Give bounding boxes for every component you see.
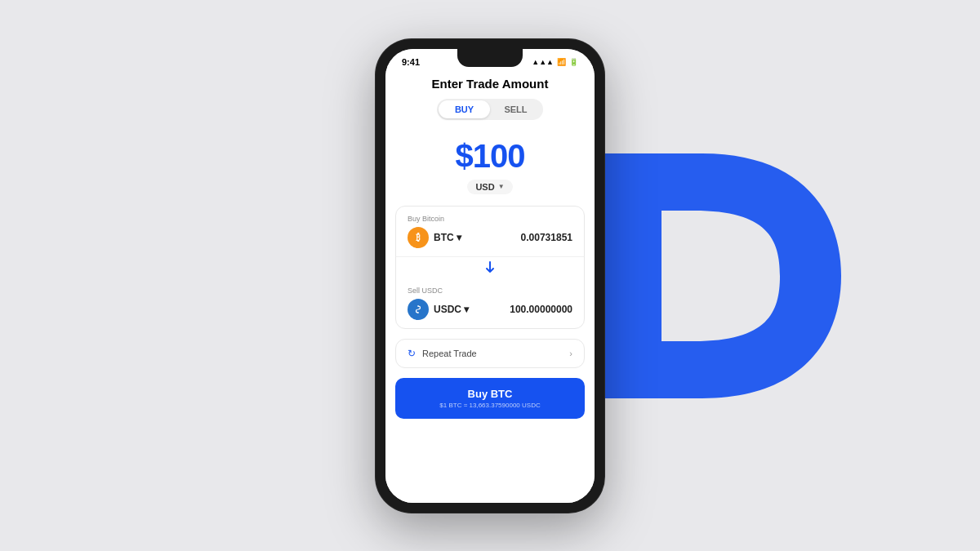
buy-btc-row: Buy Bitcoin ₿ BTC ▾ 0.00731851 — [396, 207, 584, 257]
swap-arrow-row — [396, 257, 584, 278]
buy-asset-row: ₿ BTC ▾ 0.00731851 — [408, 227, 572, 248]
sell-tab[interactable]: SELL — [490, 100, 541, 118]
sell-asset-row: USDC ▾ 100.00000000 — [408, 299, 572, 320]
status-icons: ▲▲▲ 📶 🔋 — [532, 58, 578, 66]
phone-device: 9:41 ▲▲▲ 📶 🔋 Enter Trade Amount BUY SELL — [376, 39, 604, 513]
swap-icon[interactable] — [483, 260, 497, 275]
chevron-down-icon: ▼ — [498, 183, 505, 190]
usdc-amount: 100.00000000 — [510, 304, 572, 315]
repeat-chevron-icon: › — [569, 349, 572, 358]
signal-icon: ▲▲▲ — [532, 58, 554, 66]
screen-content: Enter Trade Amount BUY SELL $100 USD ▼ — [385, 70, 595, 503]
btc-name[interactable]: BTC ▾ — [434, 232, 461, 243]
screen-header: Enter Trade Amount BUY SELL — [385, 70, 595, 128]
trade-card: Buy Bitcoin ₿ BTC ▾ 0.00731851 — [395, 206, 585, 329]
btc-icon: ₿ — [408, 227, 429, 248]
battery-icon: 🔋 — [569, 58, 578, 66]
status-time: 9:41 — [402, 57, 420, 67]
usdc-chevron-icon: ▾ — [464, 304, 469, 315]
usdc-name[interactable]: USDC ▾ — [434, 304, 469, 315]
usdc-icon — [408, 299, 429, 320]
currency-label: USD — [475, 182, 494, 192]
repeat-trade-row[interactable]: ↻ Repeat Trade › — [395, 339, 585, 368]
screen-title: Enter Trade Amount — [402, 77, 578, 91]
buy-btc-button[interactable]: Buy BTC $1 BTC = 13,663.37590000 USDC — [395, 378, 585, 419]
usdc-asset-left: USDC ▾ — [408, 299, 469, 320]
phone-screen: 9:41 ▲▲▲ 📶 🔋 Enter Trade Amount BUY SELL — [385, 49, 595, 503]
phone-notch — [457, 49, 523, 67]
btc-chevron-icon: ▾ — [457, 232, 461, 243]
repeat-trade-label: Repeat Trade — [422, 349, 477, 358]
buy-label: Buy Bitcoin — [408, 215, 572, 223]
buy-tab[interactable]: BUY — [439, 100, 490, 118]
repeat-icon: ↻ — [408, 348, 416, 359]
btc-amount: 0.00731851 — [521, 232, 572, 243]
buy-btn-sub-label: $1 BTC = 13,663.37590000 USDC — [405, 402, 575, 409]
buy-btn-main-label: Buy BTC — [405, 388, 575, 400]
sell-label: Sell USDC — [408, 287, 572, 295]
phone-body: 9:41 ▲▲▲ 📶 🔋 Enter Trade Amount BUY SELL — [376, 39, 604, 513]
currency-selector[interactable]: USD ▼ — [467, 180, 512, 194]
amount-display[interactable]: $100 — [402, 138, 578, 175]
amount-section: $100 USD ▼ — [385, 128, 595, 199]
btc-asset-left: ₿ BTC ▾ — [408, 227, 461, 248]
buy-sell-toggle[interactable]: BUY SELL — [437, 99, 543, 120]
wifi-icon: 📶 — [557, 58, 566, 66]
sell-usdc-row: Sell USDC — [396, 278, 584, 328]
repeat-trade-left: ↻ Repeat Trade — [408, 348, 477, 359]
